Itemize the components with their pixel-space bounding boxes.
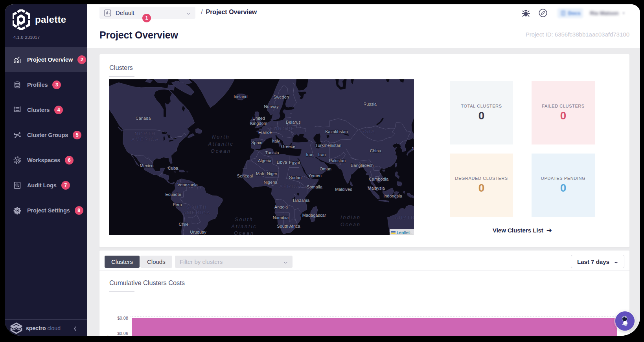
svg-text:Indian: Indian [340, 215, 361, 220]
svg-text:ASIA: ASIA [361, 128, 375, 134]
svg-text:Sweden: Sweden [273, 95, 289, 99]
svg-text:AFRICA: AFRICA [279, 183, 302, 189]
svg-text:AMERICA: AMERICA [131, 136, 159, 142]
svg-text:Malaysia: Malaysia [368, 186, 385, 190]
svg-text:Madagascar: Madagascar [302, 213, 326, 218]
svg-text:Oman: Oman [320, 166, 331, 171]
svg-text:Chile: Chile [178, 222, 188, 227]
svg-text:EUROPE: EUROPE [270, 126, 295, 132]
svg-text:Iran: Iran [318, 152, 326, 157]
svg-text:Norway: Norway [264, 104, 279, 109]
svg-text:Sudan: Sudan [289, 175, 302, 180]
svg-text:Namibia: Namibia [273, 215, 289, 220]
svg-text:Peru: Peru [173, 202, 182, 207]
svg-text:Angola: Angola [274, 205, 288, 209]
svg-text:Somalia: Somalia [307, 185, 323, 189]
svg-text:Belarus: Belarus [286, 120, 301, 124]
svg-text:Maldives: Maldives [335, 187, 352, 192]
svg-text:Algeria: Algeria [258, 158, 272, 163]
svg-text:SOUTH: SOUTH [186, 204, 207, 210]
svg-text:South: South [235, 217, 254, 222]
svg-text:Kingdom: Kingdom [250, 121, 267, 126]
svg-text:Russia: Russia [363, 102, 377, 106]
svg-text:Iraq: Iraq [306, 152, 314, 157]
svg-text:United: United [252, 116, 265, 121]
svg-text:Atlantic: Atlantic [208, 141, 234, 147]
svg-text:Greece: Greece [281, 144, 295, 149]
svg-text:Iceland: Iceland [234, 94, 247, 99]
svg-text:Uruguay: Uruguay [190, 230, 206, 234]
svg-text:Cambodia: Cambodia [369, 177, 389, 181]
svg-text:Italy: Italy [272, 139, 280, 143]
svg-text:NORTH: NORTH [134, 131, 156, 137]
svg-text:Mali: Mali [256, 171, 264, 176]
svg-text:Ocean: Ocean [340, 222, 361, 227]
svg-text:Leaflet: Leaflet [397, 230, 410, 235]
svg-text:Turkmenistan: Turkmenistan [315, 143, 341, 148]
svg-text:AUSTRA: AUSTRA [394, 215, 414, 221]
svg-text:Tunisia: Tunisia [265, 150, 279, 155]
svg-text:Senegal: Senegal [237, 174, 253, 178]
svg-text:Egypt: Egypt [289, 160, 300, 165]
svg-text:Canada: Canada [136, 116, 151, 121]
svg-text:Kazakhstan: Kazakhstan [325, 129, 348, 134]
svg-text:Yemen: Yemen [308, 173, 322, 178]
svg-text:Venezuela: Venezuela [177, 182, 198, 187]
svg-text:Mexico: Mexico [140, 163, 154, 168]
svg-text:Tanzania: Tanzania [292, 198, 310, 203]
svg-text:Nigeria: Nigeria [264, 180, 278, 185]
svg-text:AMERICA: AMERICA [182, 210, 210, 216]
svg-text:Cuba: Cuba [168, 166, 178, 170]
svg-text:Libya: Libya [277, 160, 287, 165]
svg-text:Bangladesh: Bangladesh [351, 163, 374, 168]
svg-text:China: China [370, 148, 382, 153]
svg-text:North: North [212, 134, 230, 140]
svg-text:Jap: Jap [411, 146, 414, 151]
svg-text:South Africa: South Africa [277, 224, 300, 229]
svg-text:Ocean: Ocean [211, 148, 231, 154]
svg-text:Ecuador: Ecuador [166, 192, 182, 197]
svg-text:Pakistan: Pakistan [329, 158, 346, 163]
svg-text:Spain: Spain [251, 140, 262, 145]
svg-text:Ocean: Ocean [234, 230, 254, 235]
svg-text:Niger: Niger [267, 171, 278, 176]
svg-text:Indonesia: Indonesia [383, 194, 403, 198]
svg-text:Atlantic: Atlantic [231, 224, 257, 229]
